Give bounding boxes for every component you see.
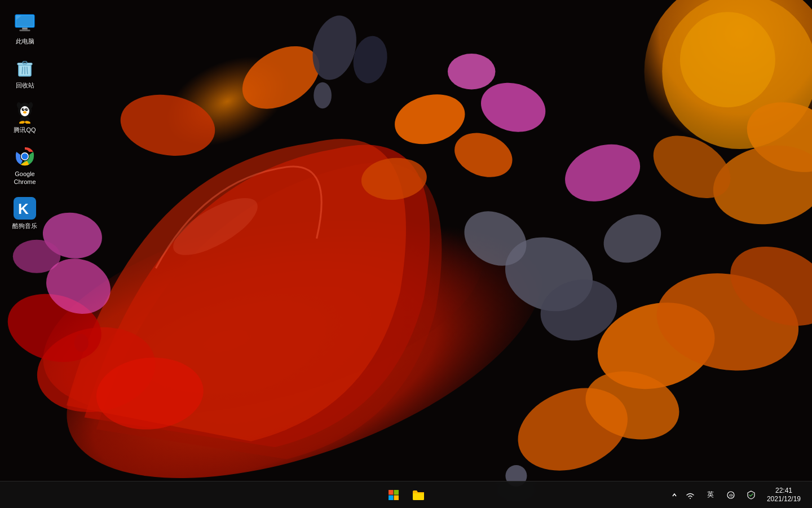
recycle-icon-image [14,56,36,79]
pc-icon-label: 此电脑 [16,37,34,45]
file-explorer-button[interactable] [407,484,430,506]
chrome-icon-image [14,145,36,168]
svg-point-59 [23,111,27,113]
svg-point-55 [22,108,25,111]
qq-icon-label: 腾讯QQ [14,126,36,134]
wallpaper [0,0,812,508]
kuwo-icon-label: 酷狗音乐 [12,222,37,230]
svg-rect-72 [394,495,399,500]
desktop-icon-pc[interactable]: 此电脑 [5,9,45,49]
chrome-icon-label: Google Chrome [7,170,43,186]
language-label: 英 [705,490,716,500]
svg-point-66 [22,153,28,159]
svg-text:K: K [18,200,29,217]
desktop-icon-kuwo[interactable]: K 酷狗音乐 [5,194,45,233]
svg-point-58 [27,108,28,110]
security-tray-icon[interactable] [742,486,760,504]
taskbar-center-icons [382,484,430,506]
svg-point-9 [314,82,332,108]
svg-rect-43 [20,29,30,31]
svg-point-12 [680,12,775,107]
desktop: 此电脑 回收站 [0,0,812,508]
desktop-icons-container: 此电脑 回收站 [0,0,50,243]
pc-icon-image [14,12,36,35]
clock-area[interactable]: 22:41 2021/12/19 [762,484,805,506]
svg-line-48 [22,67,23,74]
clock-date: 2021/12/19 [767,495,801,503]
svg-text:中: 中 [729,493,734,498]
desktop-icon-recycle[interactable]: 回收站 [5,53,45,93]
taskbar-right: 英 中 22:41 2021/12/19 [670,484,812,506]
tray-expand-button[interactable] [670,484,679,506]
svg-point-20 [448,54,496,89]
desktop-icon-chrome[interactable]: Google Chrome [5,142,45,190]
qq-icon-image [14,101,36,124]
svg-rect-42 [22,28,28,30]
svg-point-56 [25,108,28,111]
svg-rect-71 [389,495,394,500]
recycle-icon-label: 回收站 [16,81,34,89]
start-button[interactable] [382,484,405,506]
desktop-icon-qq[interactable]: 腾讯QQ [5,98,45,137]
taskbar: 英 中 22:41 2021/12/19 [0,481,812,508]
clock-time: 22:41 [775,487,792,494]
svg-point-57 [23,108,24,110]
language-tray-icon[interactable]: 英 [701,486,720,504]
kuwo-icon-image: K [14,197,36,220]
svg-rect-70 [394,490,399,495]
svg-rect-69 [389,490,394,495]
svg-line-50 [27,67,28,74]
input-method-icon[interactable]: 中 [722,486,740,504]
network-tray-icon[interactable] [681,486,699,504]
